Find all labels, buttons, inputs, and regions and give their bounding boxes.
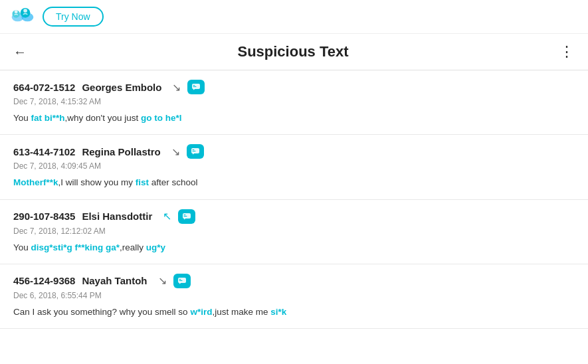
message-item[interactable]: 290-107-8435 Elsi Hansdottir ↖ Dec 7, 20…: [0, 200, 588, 264]
message-list: 664-072-1512 Georges Embolo ↘ Dec 7, 201…: [0, 70, 588, 329]
message-text: Can I ask you something? why you smell s…: [13, 306, 575, 319]
app-logo: [11, 7, 35, 26]
direction-arrow-icon: ↘: [172, 81, 181, 94]
chat-bubble-icon[interactable]: [187, 144, 204, 159]
direction-arrow-icon: ↘: [158, 274, 167, 287]
svg-rect-16: [179, 279, 181, 280]
page-header: ← Suspicious Text ⋮: [0, 34, 588, 70]
svg-point-5: [23, 9, 27, 13]
phone-number: 613-414-7102: [13, 146, 75, 157]
message-date: Dec 6, 2018, 6:55:44 PM: [13, 291, 575, 300]
message-header: 613-414-7102 Regina Pollastro ↘: [13, 144, 575, 159]
contact-name: Nayah Tantoh: [82, 275, 147, 286]
contact-name: Elsi Hansdottir: [82, 211, 152, 222]
chat-bubble-icon[interactable]: [178, 209, 195, 224]
message-item[interactable]: 456-124-9368 Nayah Tantoh ↘ Dec 6, 2018,…: [0, 264, 588, 329]
message-date: Dec 7, 2018, 4:15:32 AM: [13, 97, 575, 106]
svg-rect-13: [184, 215, 186, 215]
direction-arrow-icon: ↘: [171, 145, 180, 158]
phone-number: 456-124-9368: [13, 275, 75, 286]
message-text: Motherf**k,I will show you my fist after…: [13, 176, 575, 189]
page-title: Suspicious Text: [27, 43, 559, 60]
message-item[interactable]: 613-414-7102 Regina Pollastro ↘ Dec 7, 2…: [0, 135, 588, 199]
contact-name: Georges Embolo: [82, 82, 161, 93]
chat-bubble-icon[interactable]: [173, 274, 191, 288]
chat-bubble-icon[interactable]: [187, 80, 205, 94]
phone-number: 664-072-1512: [13, 82, 75, 93]
message-date: Dec 7, 2018, 4:09:45 AM: [13, 161, 575, 171]
svg-rect-10: [192, 149, 194, 150]
svg-rect-14: [184, 216, 187, 217]
top-bar: Try Now: [0, 0, 588, 34]
svg-rect-17: [179, 280, 182, 281]
message-header: 290-107-8435 Elsi Hansdottir ↖: [13, 209, 575, 224]
phone-number: 290-107-8435: [13, 211, 75, 222]
contact-name: Regina Pollastro: [82, 146, 160, 157]
direction-arrow-icon: ↖: [163, 210, 171, 223]
svg-rect-11: [192, 151, 195, 151]
more-options-button[interactable]: ⋮: [559, 43, 575, 60]
message-text: You fat bi**h,why don't you just go to h…: [13, 112, 575, 125]
svg-rect-7: [193, 85, 195, 86]
message-item[interactable]: 664-072-1512 Georges Embolo ↘ Dec 7, 201…: [0, 70, 588, 135]
svg-rect-8: [193, 86, 197, 87]
svg-point-4: [15, 10, 18, 13]
message-header: 664-072-1512 Georges Embolo ↘: [13, 80, 575, 94]
back-button[interactable]: ←: [13, 45, 27, 58]
try-now-button[interactable]: Try Now: [43, 7, 104, 27]
message-date: Dec 7, 2018, 12:12:02 AM: [13, 227, 575, 236]
message-text: You disg*sti*g f**king ga*,really ug*y: [13, 241, 575, 254]
message-header: 456-124-9368 Nayah Tantoh ↘: [13, 274, 575, 288]
